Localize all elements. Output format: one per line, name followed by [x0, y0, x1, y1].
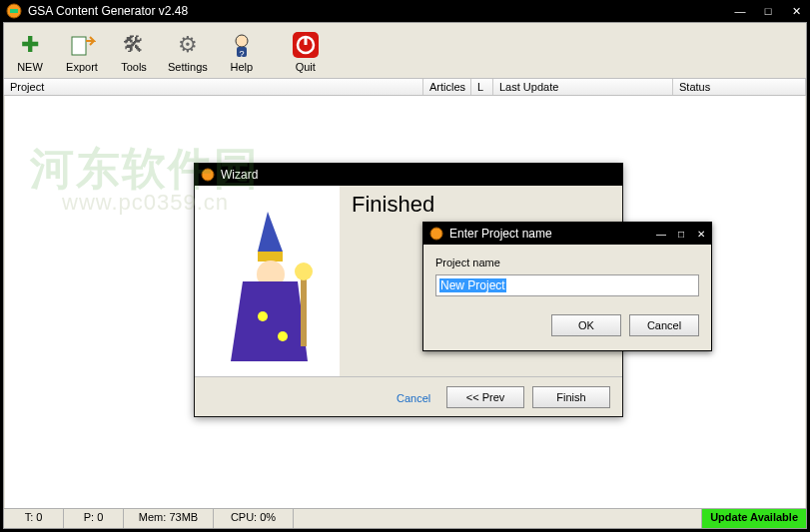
- update-available-button[interactable]: Update Available: [702, 509, 806, 528]
- svg-marker-10: [258, 212, 283, 252]
- ok-button[interactable]: OK: [551, 314, 621, 336]
- project-name-titlebar[interactable]: Enter Project name — □ ✕: [423, 223, 711, 245]
- col-articles[interactable]: Articles: [423, 79, 471, 95]
- project-name-title: Enter Project name: [449, 227, 552, 241]
- main-titlebar: GSA Content Generator v2.48 — □ ✕: [0, 0, 810, 22]
- tools-button[interactable]: 🛠 Tools: [116, 29, 152, 73]
- wizard-image: [195, 186, 340, 376]
- main-window: GSA Content Generator v2.48 — □ ✕ ✚ NEW …: [0, 0, 810, 532]
- project-name-value: New Project: [439, 278, 506, 292]
- new-icon: ✚: [14, 29, 46, 61]
- new-label: NEW: [17, 61, 43, 73]
- main-toolbar: ✚ NEW Export 🛠 Tools ⚙ Settings ?: [4, 23, 806, 78]
- wizard-heading: Finished: [352, 192, 610, 218]
- pname-close-button[interactable]: ✕: [691, 225, 711, 243]
- quit-icon: [290, 29, 322, 61]
- statusbar: T: 0 P: 0 Mem: 73MB CPU: 0% Update Avail…: [4, 508, 806, 528]
- settings-label: Settings: [168, 61, 208, 73]
- cancel-button[interactable]: Cancel: [629, 314, 699, 336]
- app-icon: [6, 3, 22, 19]
- tools-icon: 🛠: [118, 29, 150, 61]
- project-name-input[interactable]: New Project: [435, 274, 699, 296]
- status-cpu: CPU: 0%: [214, 509, 294, 528]
- status-t: T: 0: [4, 509, 64, 528]
- svg-marker-13: [231, 281, 308, 361]
- export-label: Export: [66, 61, 98, 73]
- help-icon: ?: [226, 29, 258, 61]
- settings-icon: ⚙: [172, 29, 204, 61]
- svg-point-15: [278, 331, 288, 341]
- svg-point-14: [258, 311, 268, 321]
- minimize-button[interactable]: —: [726, 1, 754, 21]
- wizard-title: Wizard: [221, 168, 258, 182]
- wizard-cancel-link[interactable]: Cancel: [397, 392, 430, 404]
- help-label: Help: [230, 61, 253, 73]
- svg-text:?: ?: [239, 49, 244, 59]
- maximize-button[interactable]: □: [754, 1, 782, 21]
- project-name-label: Project name: [435, 257, 500, 268]
- wizard-finish-button[interactable]: Finish: [532, 386, 610, 408]
- export-button[interactable]: Export: [64, 29, 100, 73]
- svg-rect-11: [258, 252, 283, 262]
- svg-point-17: [295, 263, 313, 280]
- svg-point-3: [236, 35, 248, 47]
- main-title: GSA Content Generator v2.48: [28, 4, 188, 18]
- col-last-update[interactable]: Last Update: [493, 79, 673, 95]
- tools-label: Tools: [121, 61, 147, 73]
- status-mem: Mem: 73MB: [124, 509, 214, 528]
- pname-maximize-button[interactable]: □: [671, 225, 691, 243]
- svg-rect-16: [301, 276, 307, 346]
- quit-label: Quit: [296, 61, 316, 73]
- svg-rect-2: [72, 37, 86, 55]
- wizard-titlebar[interactable]: Wizard: [195, 164, 622, 186]
- wizard-prev-button[interactable]: << Prev: [446, 386, 524, 408]
- wizard-dialog: Wizard Finished: [194, 163, 623, 417]
- settings-button[interactable]: ⚙ Settings: [168, 29, 208, 73]
- close-button[interactable]: ✕: [782, 1, 810, 21]
- col-project[interactable]: Project: [4, 79, 423, 95]
- pname-minimize-button[interactable]: —: [651, 225, 671, 243]
- svg-rect-1: [10, 9, 18, 13]
- wizard-icon: [201, 168, 215, 182]
- project-name-dialog: Enter Project name — □ ✕ Project name Ne…: [422, 222, 712, 351]
- new-button[interactable]: ✚ NEW: [12, 29, 48, 73]
- col-status[interactable]: Status: [673, 79, 806, 95]
- project-name-dialog-icon: [429, 227, 443, 241]
- quit-button[interactable]: Quit: [288, 29, 324, 73]
- col-l[interactable]: L: [471, 79, 493, 95]
- column-header: Project Articles L Last Update Status: [4, 78, 806, 96]
- svg-point-18: [430, 228, 442, 240]
- status-p: P: 0: [64, 509, 124, 528]
- export-icon: [66, 29, 98, 61]
- svg-point-9: [202, 169, 214, 181]
- help-button[interactable]: ? Help: [224, 29, 260, 73]
